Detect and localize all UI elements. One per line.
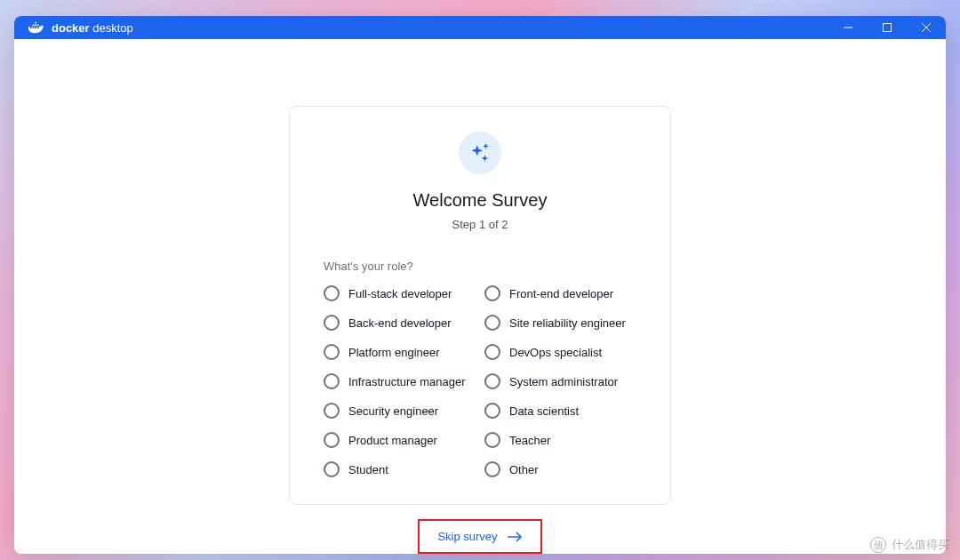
titlebar: docker desktop xyxy=(14,16,946,39)
option-label: Infrastructure manager xyxy=(348,375,466,388)
option-label: Teacher xyxy=(509,434,550,447)
option-label: Other xyxy=(509,463,539,476)
role-option[interactable]: DevOps specialist xyxy=(484,344,636,360)
role-option[interactable]: Site reliability engineer xyxy=(484,315,636,331)
survey-question: What's your role? xyxy=(324,260,413,273)
arrow-right-icon xyxy=(507,532,523,542)
role-option[interactable]: Data scientist xyxy=(484,403,636,419)
option-label: Site reliability engineer xyxy=(509,316,626,330)
role-option[interactable]: Other xyxy=(484,461,636,477)
role-option[interactable]: Teacher xyxy=(484,432,636,448)
radio-icon xyxy=(324,315,340,331)
skip-survey-button[interactable]: Skip survey xyxy=(436,526,524,547)
option-label: System administrator xyxy=(509,375,618,388)
survey-step: Step 1 of 2 xyxy=(452,218,508,231)
minimize-button[interactable] xyxy=(828,16,868,39)
option-label: Front-end developer xyxy=(509,287,613,300)
role-option[interactable]: Back-end developer xyxy=(324,315,476,331)
close-button[interactable] xyxy=(907,16,946,39)
radio-icon xyxy=(484,373,500,389)
radio-icon xyxy=(324,344,340,360)
radio-icon xyxy=(324,461,340,477)
brand: docker desktop xyxy=(27,20,133,35)
role-option[interactable]: Full-stack developer xyxy=(324,285,476,301)
survey-title: Welcome Survey xyxy=(413,190,548,211)
option-label: DevOps specialist xyxy=(509,346,602,359)
radio-icon xyxy=(324,285,340,301)
role-option[interactable]: Security engineer xyxy=(324,403,476,419)
svg-rect-1 xyxy=(884,24,892,32)
role-option[interactable]: Product manager xyxy=(324,432,476,448)
skip-label: Skip survey xyxy=(437,530,497,543)
docker-whale-icon xyxy=(27,20,46,35)
radio-icon xyxy=(484,315,500,331)
watermark-text: 什么值得买 xyxy=(892,537,949,553)
maximize-button[interactable] xyxy=(868,16,907,39)
radio-icon xyxy=(484,285,500,301)
role-option[interactable]: Infrastructure manager xyxy=(324,373,476,389)
app-window: docker desktop Welcome Sur xyxy=(14,16,946,554)
skip-highlight: Skip survey xyxy=(418,519,541,554)
survey-card: Welcome Survey Step 1 of 2 What's your r… xyxy=(289,106,671,505)
brand-text: docker desktop xyxy=(52,21,133,35)
option-label: Platform engineer xyxy=(348,346,440,359)
option-label: Security engineer xyxy=(348,404,438,418)
sparkle-badge xyxy=(459,132,501,174)
options-grid: Full-stack developer Front-end developer… xyxy=(318,285,642,477)
option-label: Back-end developer xyxy=(348,316,452,330)
radio-icon xyxy=(324,373,340,389)
watermark: 值 什么值得买 xyxy=(870,537,949,553)
role-option[interactable]: Front-end developer xyxy=(484,285,636,301)
sparkle-icon xyxy=(468,141,492,164)
option-label: Student xyxy=(348,463,388,476)
option-label: Product manager xyxy=(348,434,437,447)
role-option[interactable]: Platform engineer xyxy=(324,344,476,360)
window-controls xyxy=(828,16,946,39)
option-label: Full-stack developer xyxy=(348,287,452,300)
option-label: Data scientist xyxy=(509,404,579,418)
radio-icon xyxy=(484,432,500,448)
radio-icon xyxy=(324,403,340,419)
role-option[interactable]: System administrator xyxy=(484,373,636,389)
role-option[interactable]: Student xyxy=(324,461,476,477)
watermark-icon: 值 xyxy=(870,537,886,553)
content-area: Welcome Survey Step 1 of 2 What's your r… xyxy=(14,39,946,554)
radio-icon xyxy=(484,344,500,360)
radio-icon xyxy=(324,432,340,448)
radio-icon xyxy=(484,461,500,477)
radio-icon xyxy=(484,403,500,419)
